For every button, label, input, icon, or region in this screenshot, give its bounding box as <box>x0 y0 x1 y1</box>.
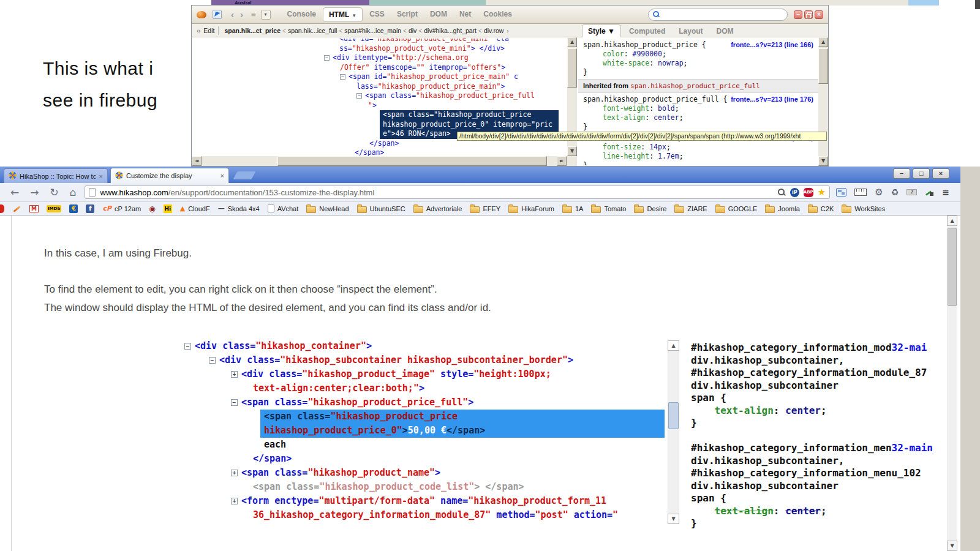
new-tab-button[interactable] <box>233 171 256 179</box>
firebug-tab-script[interactable]: Script <box>391 7 423 22</box>
bookmark-item[interactable] <box>12 204 21 213</box>
firebug-tab-dom[interactable]: DOM <box>424 7 453 22</box>
bookmark-item[interactable]: GOOGLE <box>715 204 758 213</box>
style-panel-tab-computed[interactable]: Computed <box>624 25 671 37</box>
side-panels-icon[interactable]: ‹› <box>197 27 200 34</box>
breadcrumb-item[interactable]: div <box>409 27 417 34</box>
bookmark-item[interactable]: ▲CloudF <box>180 204 210 212</box>
bookmark-item[interactable]: NewHead <box>306 204 349 213</box>
scroll-down-icon[interactable]: ▼ <box>947 541 957 551</box>
collapse-box-icon[interactable]: − <box>340 74 345 80</box>
window-icon[interactable] <box>836 188 846 197</box>
bookmark-item[interactable]: 1A <box>562 204 583 213</box>
bookmark-item[interactable]: Tomato <box>591 204 626 213</box>
close-tab-icon[interactable]: × <box>221 172 224 179</box>
scroll-up-icon[interactable]: ▲ <box>567 37 577 47</box>
scrollbar-thumb[interactable] <box>948 228 957 306</box>
style-panel-tab-layout[interactable]: Layout <box>673 25 708 37</box>
bookmark-item[interactable]: Desire <box>634 204 666 213</box>
bookmark-item[interactable]: IMDb <box>47 205 61 212</box>
stylesheet-link[interactable]: fronte...s?v=213 (line 176) <box>731 95 813 104</box>
bookmark-item[interactable]: UbuntuSEC <box>357 204 405 213</box>
firebug-tab-html[interactable]: HTML▼ <box>323 7 363 22</box>
bookmark-item[interactable]: ◉ <box>149 204 155 213</box>
hscrollbar-thumb[interactable] <box>277 156 547 166</box>
collapse-box-icon[interactable]: − <box>231 399 238 406</box>
scroll-up-icon[interactable]: ▲ <box>947 216 957 226</box>
breadcrumb-overflow-icon[interactable]: › <box>507 27 509 34</box>
firebug-tab-cookies[interactable]: Cookies <box>478 7 518 22</box>
scroll-left-icon[interactable]: ◄ <box>192 156 202 166</box>
collapse-box-icon[interactable]: − <box>209 357 216 364</box>
back-icon[interactable]: ‹ <box>231 9 234 20</box>
scrollbar-thumb[interactable] <box>567 48 577 88</box>
minimize-button[interactable]: – <box>794 10 802 19</box>
collapse-box-icon[interactable]: − <box>324 55 330 61</box>
zoom-icon[interactable] <box>777 188 786 197</box>
expand-box-icon[interactable]: + <box>231 498 238 504</box>
scroll-down-icon[interactable]: ▼ <box>567 146 577 156</box>
maximize-button[interactable]: □ <box>913 168 930 179</box>
ip-icon[interactable]: iP <box>790 188 799 197</box>
menu-icon[interactable]: ≡ <box>942 187 949 197</box>
bookmark-item[interactable] <box>0 204 4 213</box>
breadcrumb-item[interactable]: div#hika...ght_part <box>424 27 477 34</box>
abp-icon[interactable]: ABP <box>804 188 813 197</box>
stylesheet-link[interactable]: fronte...s?v=213 (line 166) <box>731 40 813 50</box>
close-button[interactable]: × <box>815 10 823 19</box>
forward-icon[interactable]: › <box>240 9 243 20</box>
back-icon[interactable]: ← <box>10 186 19 198</box>
panel-list-icon[interactable]: ≡ <box>251 10 256 19</box>
breadcrumb-item[interactable]: span#hik...ice_main <box>344 27 401 34</box>
breadcrumb-item[interactable]: span.hik...ice_full <box>288 27 337 34</box>
firebug-tab-net[interactable]: Net <box>454 7 477 22</box>
inherited-selector[interactable]: span.hikashop_product_price_full <box>630 82 760 90</box>
browser-tab-customize-display[interactable]: Customize the display× <box>110 168 229 183</box>
reload-icon[interactable]: ↻ <box>50 186 59 198</box>
minimize-button[interactable]: – <box>893 168 910 179</box>
firebug-search-input[interactable] <box>648 9 788 21</box>
breadcrumb-item[interactable]: div.row <box>484 27 503 34</box>
close-button[interactable]: × <box>932 168 949 179</box>
note-icon[interactable]: ? <box>907 189 917 195</box>
star-icon[interactable]: ★ <box>818 188 826 197</box>
expand-box-icon[interactable]: + <box>231 371 238 378</box>
style-panel-tab-dom[interactable]: DOM <box>711 25 739 37</box>
restore-button[interactable] <box>804 10 813 19</box>
browser-tab-hikashop-topic[interactable]: HikaShop :: Topic: How to m× <box>4 168 108 183</box>
gear-icon[interactable]: ⚙ <box>875 187 883 198</box>
inspect-element-icon[interactable] <box>213 10 222 19</box>
firebug-tab-css[interactable]: CSS <box>364 7 390 22</box>
bookmark-item[interactable]: Joomla <box>765 204 799 213</box>
collapse-box-icon[interactable]: − <box>356 93 362 99</box>
bookmark-item[interactable]: ZIARE <box>674 204 707 213</box>
firebug-icon[interactable] <box>197 11 206 18</box>
breadcrumb-item[interactable]: span.hik...ct_price <box>224 27 281 34</box>
expand-box-icon[interactable]: + <box>231 470 238 476</box>
bookmark-item[interactable]: WorkSites <box>842 204 885 213</box>
bookmark-item[interactable]: Advertoriale <box>413 204 462 213</box>
sync-icon[interactable]: ♻ <box>891 187 899 197</box>
url-text[interactable]: www.hikashop.com/en/support/documentatio… <box>100 188 772 197</box>
style-panel-tab-style[interactable]: Style ▼ <box>582 24 621 37</box>
ruler-icon[interactable] <box>854 189 867 196</box>
url-bar[interactable]: www.hikashop.com/en/support/documentatio… <box>85 186 831 199</box>
bookmark-item[interactable]: AVchat <box>268 204 299 212</box>
forward-icon[interactable]: → <box>30 186 39 198</box>
close-tab-icon[interactable]: × <box>99 173 103 180</box>
dropdown-caret-icon[interactable]: ▾ <box>261 10 271 20</box>
home-icon[interactable]: ⌂ <box>70 186 77 198</box>
edit-button[interactable]: Edit <box>203 27 214 34</box>
bookmark-item[interactable]: M <box>29 205 39 212</box>
scroll-right-icon[interactable]: ► <box>557 156 567 166</box>
bookmark-item[interactable]: EFEY <box>470 204 500 213</box>
bookmark-item[interactable]: € <box>69 204 78 213</box>
bookmark-item[interactable]: f <box>86 204 94 213</box>
bookmark-item[interactable]: Hi <box>164 204 172 213</box>
firebug-tab-console[interactable]: Console <box>282 7 322 22</box>
bookmark-item[interactable]: HikaForum <box>508 204 554 213</box>
bookmark-item[interactable]: —Skoda 4x4 <box>218 204 260 212</box>
bookmark-item[interactable]: C2K <box>808 204 834 213</box>
dropper-icon[interactable] <box>925 188 934 197</box>
scroll-up-icon[interactable]: ▲ <box>818 37 828 47</box>
